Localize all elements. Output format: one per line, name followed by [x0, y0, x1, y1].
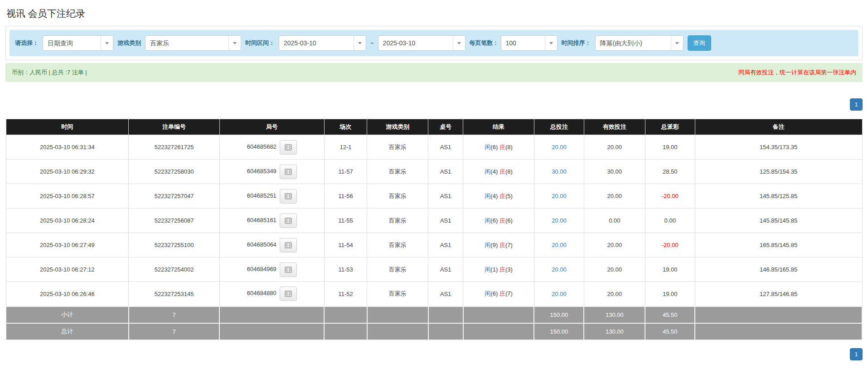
column-header: 总投注 — [534, 119, 584, 135]
video-replay-button[interactable] — [280, 214, 297, 228]
cell-valid-bet: 20.00 — [584, 257, 645, 282]
total-bet-link[interactable]: 20.00 — [552, 291, 567, 297]
table-row: 2025-03-10 06:27:49522327255100604685064… — [6, 233, 862, 257]
cell-remark: 127.85/146.85 — [695, 282, 862, 306]
filter-label-sort: 时间排序： — [562, 39, 591, 47]
column-header: 备注 — [695, 119, 862, 135]
total-row: 总计7150.00130.0045.50 — [6, 323, 862, 340]
currency-summary-text: 币别：人民币 | 总共 :7 注单 | — [12, 68, 87, 77]
cell-valid-bet: 0.00 — [584, 209, 645, 233]
sort-order-select[interactable]: 降冪(由大到小) — [595, 35, 684, 51]
video-replay-button[interactable] — [280, 286, 297, 301]
cell-remark: 165.85/145.85 — [695, 233, 862, 257]
cell-bet-id: 522327255100 — [129, 233, 220, 257]
valid-bet-notice: 同局有效投注，统一计算在该局第一张注单内 — [738, 68, 856, 77]
summary-label: 小计 — [6, 306, 129, 323]
page-container: 视讯 会员下注纪录 请选择： 日期查询 游戏类别 百家乐 时间区间： 2025-… — [0, 7, 868, 360]
cell-time: 2025-03-10 06:26:46 — [6, 282, 129, 306]
filter-label-game-type: 游戏类别 — [117, 39, 141, 47]
result-banker-label: 庄 — [499, 290, 505, 297]
column-header: 有效投注 — [584, 119, 645, 135]
cell-payout: 19.00 — [645, 135, 695, 160]
cell-remark: 145.85/125.85 — [695, 184, 862, 209]
cell-payout: 0.00 — [645, 209, 695, 233]
result-player-score: (1) — [490, 266, 498, 273]
cell-payout: 28.50 — [645, 160, 695, 184]
page-size-value: 100 — [501, 36, 545, 50]
round-number: 604685161 — [247, 217, 276, 223]
cell-total-bet: 20.00 — [534, 233, 584, 257]
total-bet-link[interactable]: 20.00 — [552, 242, 567, 248]
cell-session: 11-57 — [324, 160, 367, 184]
cell-round-id: 604685161 — [219, 209, 324, 233]
column-header: 桌号 — [428, 119, 463, 135]
cell-remark: 146.85/165.85 — [695, 257, 862, 282]
total-bet-link[interactable]: 20.00 — [552, 193, 567, 199]
cell-remark: 125.85/154.35 — [695, 160, 862, 184]
cell-valid-bet: 20.00 — [584, 135, 645, 160]
payout-value: 19.00 — [663, 291, 678, 297]
page-size-select[interactable]: 100 — [501, 35, 558, 51]
film-icon — [284, 290, 293, 297]
table-header-row: 时间注单编号局号场次游戏类别桌号结果总投注有效投注总派彩备注 — [6, 119, 862, 135]
result-player-label: 闲 — [485, 217, 490, 224]
round-number: 604685682 — [247, 143, 276, 150]
search-button[interactable]: 查询 — [688, 35, 711, 51]
cell-result: 闲(1) 庄(3) — [463, 257, 534, 282]
result-player-label: 闲 — [485, 290, 490, 297]
cell-time: 2025-03-10 06:31:34 — [6, 135, 129, 160]
filter-label-query-type: 请选择： — [15, 39, 39, 47]
column-header: 游戏类别 — [367, 119, 428, 135]
query-type-select[interactable]: 日期查询 — [43, 35, 113, 51]
result-player-score: (6) — [490, 217, 498, 224]
video-replay-button[interactable] — [280, 238, 297, 252]
chevron-down-icon — [453, 36, 465, 50]
film-icon — [284, 168, 293, 175]
video-replay-button[interactable] — [280, 262, 297, 277]
cell-total-bet: 20.00 — [534, 135, 584, 160]
total-bet-link[interactable]: 20.00 — [552, 266, 567, 273]
result-banker-score: (8) — [505, 168, 513, 175]
video-replay-button[interactable] — [280, 140, 297, 155]
cell-game-type: 百家乐 — [367, 282, 428, 306]
video-replay-button[interactable] — [280, 189, 297, 204]
cell-session: 11-52 — [324, 282, 367, 306]
result-player-score: (9) — [490, 242, 498, 248]
cell-table-no: AS1 — [428, 184, 463, 209]
cell-session: 11-53 — [324, 257, 367, 282]
cell-round-id: 604684880 — [219, 282, 324, 306]
result-banker-score: (8) — [505, 144, 513, 151]
result-player-label: 闲 — [485, 144, 490, 151]
cell-result: 闲(9) 庄(7) — [463, 233, 534, 257]
table-row: 2025-03-10 06:29:32522327258030604685349… — [6, 160, 862, 184]
filter-label-date-range: 时间区间： — [245, 39, 275, 47]
cell-game-type: 百家乐 — [367, 184, 428, 209]
chevron-down-icon — [545, 36, 557, 50]
total-bet-link[interactable]: 30.00 — [552, 168, 567, 175]
result-banker-label: 庄 — [499, 242, 505, 248]
chevron-down-icon — [671, 36, 683, 50]
round-number: 604685349 — [247, 168, 276, 175]
cell-total-bet: 20.00 — [534, 209, 584, 233]
round-number: 604685064 — [247, 241, 276, 248]
cell-round-id: 604685682 — [219, 135, 324, 160]
cell-table-no: AS1 — [428, 282, 463, 306]
chevron-down-icon — [101, 36, 113, 50]
total-bet-link[interactable]: 20.00 — [552, 217, 567, 224]
result-banker-score: (7) — [505, 290, 513, 297]
pagination-page-1[interactable]: 1 — [850, 348, 863, 360]
cell-total-bet: 20.00 — [534, 282, 584, 306]
cell-game-type: 百家乐 — [367, 257, 428, 282]
pagination-page-1[interactable]: 1 — [850, 98, 863, 111]
date-from-select[interactable]: 2025-03-10 — [279, 35, 366, 51]
result-banker-label: 庄 — [499, 168, 505, 175]
game-type-select[interactable]: 百家乐 — [145, 35, 241, 51]
cell-bet-id: 522327256087 — [129, 209, 220, 233]
cell-session: 11-55 — [324, 209, 367, 233]
cell-bet-id: 522327253145 — [129, 282, 220, 306]
column-header: 局号 — [219, 119, 324, 135]
film-icon — [284, 217, 293, 224]
video-replay-button[interactable] — [280, 165, 297, 179]
date-to-select[interactable]: 2025-03-10 — [378, 35, 466, 51]
total-bet-link[interactable]: 20.00 — [552, 144, 567, 151]
